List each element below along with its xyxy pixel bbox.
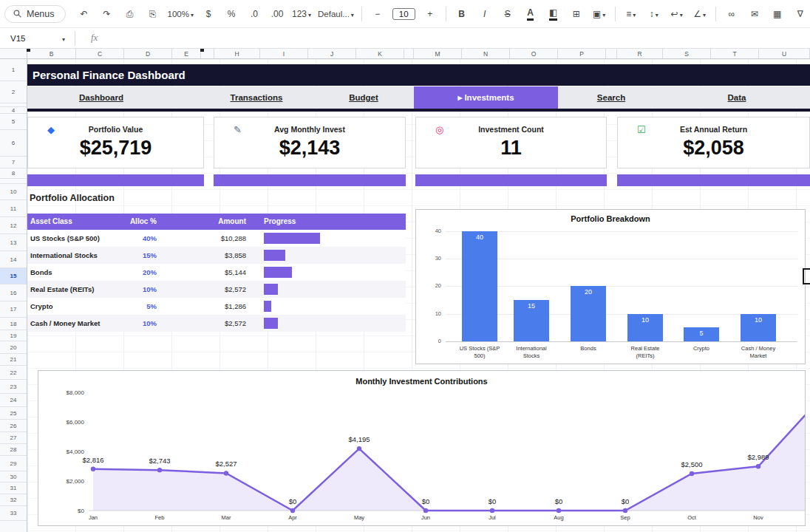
column-header-H[interactable]: H — [214, 49, 260, 58]
column-header-B[interactable]: B — [27, 49, 76, 58]
column-header-O[interactable]: O — [510, 49, 558, 58]
vertical-align-button[interactable]: ↕ — [643, 5, 665, 23]
row-header-6[interactable]: 6 — [0, 130, 27, 157]
row-header-13[interactable]: 13 — [0, 234, 27, 251]
merge-cells-button[interactable]: ▣ — [588, 5, 610, 23]
allocation-row[interactable]: US Stocks (S&P 500)40%$10,288 — [27, 230, 406, 247]
borders-button[interactable]: ⊞ — [565, 5, 588, 23]
column-header-G[interactable] — [201, 49, 214, 58]
tab-dashboard[interactable]: Dashboard — [57, 86, 146, 109]
monthly-contributions-chart[interactable]: Monthly Investment Contributions $2,816$… — [38, 370, 806, 526]
row-header-31[interactable]: 31 — [0, 482, 27, 494]
row-header-9[interactable] — [0, 179, 27, 184]
kpi-card-4[interactable]: ☑Est Annual Return$2,058 — [617, 117, 810, 168]
column-header-I[interactable]: I — [260, 49, 308, 58]
row-header-30[interactable]: 30 — [0, 471, 27, 482]
row-header-29[interactable]: 29 — [0, 456, 27, 471]
kpi-card-1[interactable]: ◆Portfolio Value$25,719 — [27, 117, 204, 168]
row-header-21[interactable]: 21 — [0, 354, 27, 366]
row-header-24[interactable]: 24 — [0, 394, 27, 407]
tab-budget[interactable]: Budget — [323, 86, 404, 109]
row-header-11[interactable]: 11 — [0, 200, 27, 217]
row-header-14[interactable]: 14 — [0, 251, 27, 268]
allocation-row[interactable]: Bonds20%$5,144 — [27, 264, 406, 281]
column-header-C[interactable]: C — [76, 49, 124, 58]
tab-search[interactable]: Search — [567, 86, 656, 109]
row-header-1[interactable]: 1 — [0, 59, 27, 81]
row-header-17[interactable]: 17 — [0, 301, 27, 318]
row-header-27[interactable]: 27 — [0, 432, 27, 444]
name-box[interactable]: V15 — [0, 34, 71, 43]
column-header-T[interactable]: T — [711, 49, 759, 58]
print-button[interactable]: ⎙ — [119, 5, 141, 23]
column-header-L[interactable] — [404, 49, 414, 58]
fill-color-button[interactable]: ◧ — [542, 5, 565, 23]
row-header-32[interactable]: 32 — [0, 494, 27, 506]
zoom-select[interactable]: 100% — [165, 5, 197, 23]
increase-decimal-button[interactable]: .00 — [266, 5, 288, 23]
row-header-10[interactable]: 10 — [0, 184, 27, 200]
portfolio-breakdown-chart[interactable]: Portfolio Breakdown 01020304040US Stocks… — [415, 209, 806, 364]
percent-format-button[interactable]: % — [220, 5, 242, 23]
row-header-16[interactable]: 16 — [0, 284, 27, 301]
allocation-row[interactable]: International Stocks15%$3,858 — [27, 247, 406, 264]
bold-button[interactable]: B — [451, 5, 473, 23]
column-header-D[interactable]: D — [124, 49, 172, 58]
strikethrough-button[interactable]: S — [497, 5, 519, 23]
row-header-15[interactable]: 15 — [0, 268, 27, 284]
search-menus-button[interactable]: Menus — [4, 5, 66, 23]
allocation-row[interactable]: Cash / Money Market10%$2,572 — [27, 315, 406, 332]
sheet-canvas[interactable]: Personal Finance Dashboard DashboardTran… — [27, 59, 810, 532]
currency-format-button[interactable]: $ — [197, 5, 219, 23]
column-header-M[interactable]: M — [414, 49, 462, 58]
row-header-33[interactable]: 33 — [0, 506, 27, 521]
row-header-2[interactable]: 2 — [0, 81, 27, 103]
horizontal-align-button[interactable]: ≡ — [620, 5, 642, 23]
row-header-4[interactable]: 4 — [0, 107, 27, 114]
select-all-corner[interactable] — [0, 49, 27, 58]
column-header-U[interactable]: U — [759, 49, 810, 58]
italic-button[interactable]: I — [474, 5, 496, 23]
create-filter-button[interactable]: ∇ — [789, 5, 810, 23]
allocation-row[interactable]: Crypto5%$1,286 — [27, 298, 406, 315]
tab-investments[interactable]: ▸ Investments — [414, 86, 558, 109]
column-header-P[interactable]: P — [558, 49, 606, 58]
increase-font-size-button[interactable]: + — [419, 5, 441, 23]
insert-link-button[interactable]: ∞ — [721, 5, 743, 23]
allocation-row[interactable]: Real Estate (REITs)10%$2,572 — [27, 281, 406, 298]
tab-transactions[interactable]: Transactions — [205, 86, 308, 109]
redo-button[interactable]: ↷ — [96, 5, 118, 23]
column-header-S[interactable]: S — [663, 49, 711, 58]
decrease-font-size-button[interactable]: − — [367, 5, 389, 23]
row-header-26[interactable]: 26 — [0, 420, 27, 432]
column-header-E[interactable]: E — [172, 49, 201, 58]
row-header-5[interactable]: 5 — [0, 114, 27, 130]
text-wrap-button[interactable]: ↩ — [666, 5, 688, 23]
number-format-button[interactable]: 123 — [289, 5, 314, 23]
row-header-23[interactable]: 23 — [0, 380, 27, 394]
row-header-12[interactable]: 12 — [0, 217, 27, 234]
row-header-7[interactable]: 7 — [0, 157, 27, 168]
column-header-Q[interactable] — [606, 49, 617, 58]
column-header-N[interactable]: N — [462, 49, 510, 58]
undo-button[interactable]: ↶ — [73, 5, 95, 23]
paint-format-button[interactable]: ⎘ — [142, 5, 164, 23]
insert-comment-button[interactable]: ✉ — [743, 5, 766, 23]
insert-chart-button[interactable]: ▦ — [766, 5, 789, 23]
tab-data[interactable]: Data — [692, 86, 781, 109]
font-family-select[interactable]: Defaul... — [315, 5, 357, 23]
row-header-19[interactable]: 19 — [0, 330, 27, 341]
column-header-R[interactable]: R — [617, 49, 663, 58]
text-rotation-button[interactable]: ∠ — [689, 5, 711, 23]
kpi-card-3[interactable]: ◎Investment Count11 — [415, 117, 607, 168]
column-header-J[interactable]: J — [308, 49, 356, 58]
row-header-20[interactable]: 20 — [0, 341, 27, 354]
font-size-input[interactable]: 10 — [389, 5, 418, 23]
kpi-card-2[interactable]: ✎Avg Monthly Invest$2,143 — [214, 117, 406, 168]
decrease-decimal-button[interactable]: .0 — [243, 5, 265, 23]
row-header-22[interactable]: 22 — [0, 366, 27, 380]
text-color-button[interactable]: A — [520, 5, 542, 23]
row-header-28[interactable]: 28 — [0, 444, 27, 456]
row-header-18[interactable]: 18 — [0, 318, 27, 330]
row-header-25[interactable]: 25 — [0, 407, 27, 420]
